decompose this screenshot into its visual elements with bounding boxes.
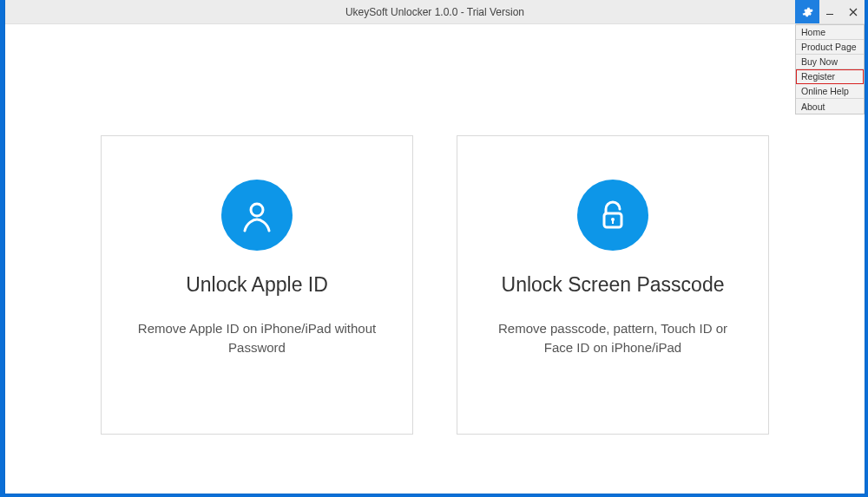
main-content: Unlock Apple ID Remove Apple ID on iPhon… bbox=[5, 24, 865, 494]
card-title-apple-id: Unlock Apple ID bbox=[186, 273, 328, 297]
svg-rect-4 bbox=[612, 219, 614, 224]
user-icon bbox=[238, 196, 276, 234]
menu-item-online-help[interactable]: Online Help bbox=[796, 84, 864, 99]
app-title: UkeySoft Unlocker 1.0.0 - Trial Version bbox=[345, 6, 524, 18]
svg-point-1 bbox=[251, 204, 263, 216]
app-window: UkeySoft Unlocker 1.0.0 - Trial Version bbox=[5, 0, 865, 494]
minimize-icon bbox=[826, 8, 835, 16]
window-controls bbox=[795, 0, 865, 23]
unlock-apple-id-card[interactable]: Unlock Apple ID Remove Apple ID on iPhon… bbox=[101, 135, 413, 435]
user-icon-circle bbox=[221, 180, 293, 251]
close-icon bbox=[849, 8, 858, 16]
menu-item-about[interactable]: About bbox=[796, 99, 864, 114]
menu-item-buy-now[interactable]: Buy Now bbox=[796, 55, 864, 69]
card-desc-passcode: Remove passcode, pattern, Touch ID or Fa… bbox=[475, 319, 751, 357]
menu-item-register[interactable]: Register bbox=[796, 69, 864, 84]
menu-item-home[interactable]: Home bbox=[796, 25, 864, 40]
close-button[interactable] bbox=[842, 0, 865, 23]
card-desc-apple-id: Remove Apple ID on iPhone/iPad without P… bbox=[119, 319, 395, 357]
settings-button[interactable] bbox=[795, 0, 819, 23]
settings-dropdown-menu: HomeProduct PageBuy NowRegisterOnline He… bbox=[795, 24, 865, 114]
card-title-passcode: Unlock Screen Passcode bbox=[502, 273, 725, 297]
menu-item-product-page[interactable]: Product Page bbox=[796, 40, 864, 55]
unlock-screen-passcode-card[interactable]: Unlock Screen Passcode Remove passcode, … bbox=[457, 135, 769, 435]
lock-icon-circle bbox=[577, 180, 648, 251]
minimize-button[interactable] bbox=[819, 0, 842, 23]
gear-icon bbox=[801, 6, 813, 18]
titlebar: UkeySoft Unlocker 1.0.0 - Trial Version bbox=[5, 0, 865, 24]
unlock-icon bbox=[594, 196, 632, 234]
svg-rect-0 bbox=[826, 14, 833, 15]
